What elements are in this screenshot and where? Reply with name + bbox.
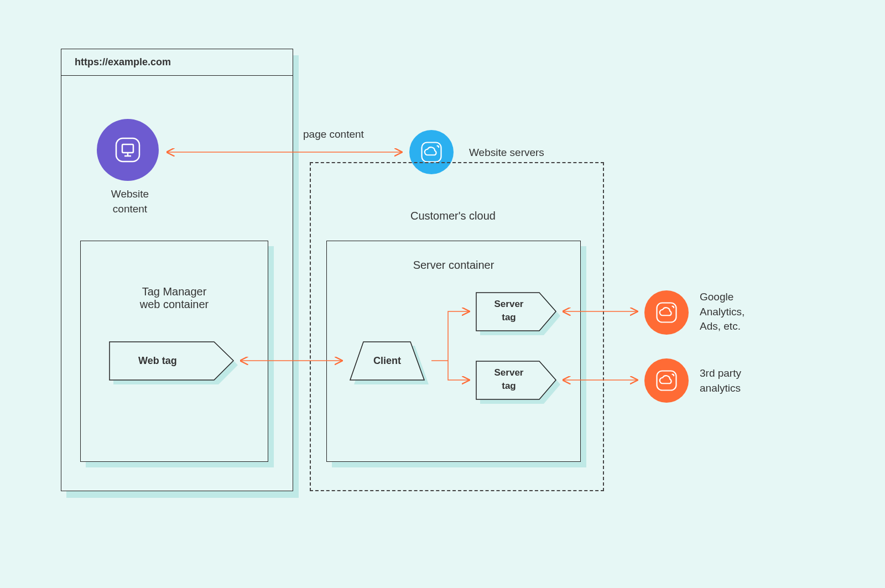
connectors bbox=[0, 0, 885, 588]
